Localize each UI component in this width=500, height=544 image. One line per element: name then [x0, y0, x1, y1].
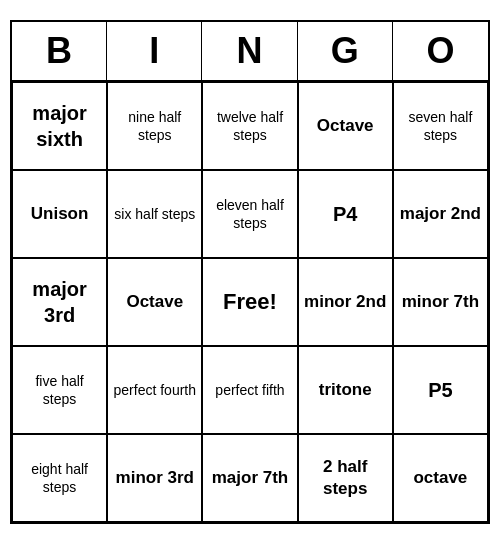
- bingo-cell: major 3rd: [12, 258, 107, 346]
- bingo-cell: eight half steps: [12, 434, 107, 522]
- bingo-cell: P5: [393, 346, 488, 434]
- bingo-cell: eleven half steps: [202, 170, 297, 258]
- bingo-cell: perfect fifth: [202, 346, 297, 434]
- bingo-cell: Unison: [12, 170, 107, 258]
- header-letter: N: [202, 22, 297, 80]
- bingo-cell: major sixth: [12, 82, 107, 170]
- header-letter: B: [12, 22, 107, 80]
- bingo-cell: 2 half steps: [298, 434, 393, 522]
- bingo-cell: P4: [298, 170, 393, 258]
- bingo-cell: Free!: [202, 258, 297, 346]
- bingo-cell: six half steps: [107, 170, 202, 258]
- bingo-cell: perfect fourth: [107, 346, 202, 434]
- header-letter: G: [298, 22, 393, 80]
- bingo-card: BINGO major sixthnine half stepstwelve h…: [10, 20, 490, 524]
- header-letter: O: [393, 22, 488, 80]
- bingo-grid: major sixthnine half stepstwelve half st…: [12, 82, 488, 522]
- bingo-cell: minor 3rd: [107, 434, 202, 522]
- header-letter: I: [107, 22, 202, 80]
- bingo-cell: tritone: [298, 346, 393, 434]
- bingo-cell: nine half steps: [107, 82, 202, 170]
- bingo-cell: twelve half steps: [202, 82, 297, 170]
- bingo-cell: minor 2nd: [298, 258, 393, 346]
- bingo-header: BINGO: [12, 22, 488, 82]
- bingo-cell: minor 7th: [393, 258, 488, 346]
- bingo-cell: Octave: [107, 258, 202, 346]
- bingo-cell: seven half steps: [393, 82, 488, 170]
- bingo-cell: octave: [393, 434, 488, 522]
- bingo-cell: major 2nd: [393, 170, 488, 258]
- bingo-cell: Octave: [298, 82, 393, 170]
- bingo-cell: major 7th: [202, 434, 297, 522]
- bingo-cell: five half steps: [12, 346, 107, 434]
